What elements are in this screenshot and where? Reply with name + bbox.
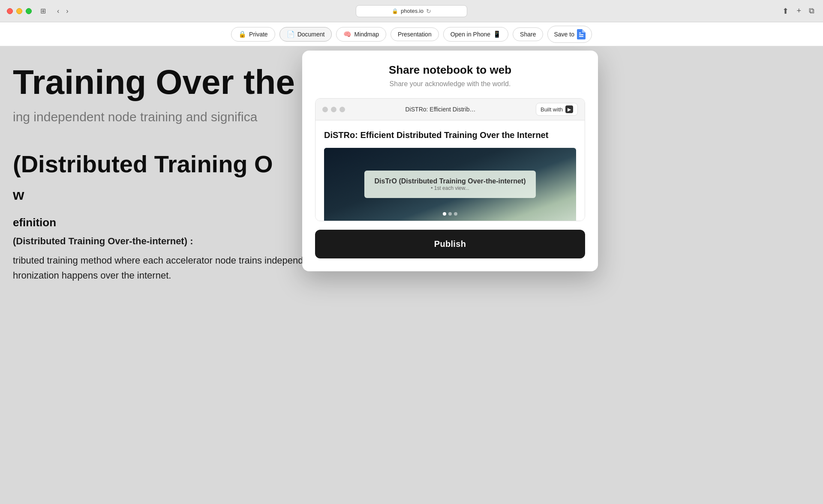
close-button[interactable] (7, 8, 13, 14)
fullscreen-button[interactable] (26, 8, 32, 14)
preview-dot-3 (339, 107, 345, 112)
sidebar-toggle-button[interactable]: ⊞ (37, 5, 49, 17)
presentation-label: Presentation (398, 31, 432, 38)
built-with-label: Built with (541, 106, 563, 113)
presentation-button[interactable]: Presentation (390, 27, 439, 41)
private-button[interactable]: 🔒 Private (231, 27, 275, 42)
preview-dots (322, 107, 345, 112)
lock-icon: 🔒 (392, 8, 398, 14)
mindmap-button[interactable]: 🧠 Mindmap (336, 27, 386, 42)
share-modal: Share notebook to web Share your acknowl… (302, 51, 598, 271)
publish-button[interactable]: Publish (315, 230, 585, 258)
preview-image-content: DisTrO (Distributed Training Over-the-in… (364, 171, 536, 198)
share-icon-button[interactable]: ⬆ (781, 5, 790, 18)
url-display: photes.io (401, 8, 424, 14)
preview-image: DisTrO (Distributed Training Over-the-in… (324, 148, 576, 221)
google-docs-icon (577, 29, 586, 39)
toolbar: 🔒 Private 📄 Document 🧠 Mindmap Presentat… (0, 22, 823, 46)
lock-icon: 🔒 (238, 30, 246, 38)
mindmap-label: Mindmap (354, 31, 379, 38)
titlebar: ⊞ ‹ › 🔒 photes.io ↻ ⬆ + ⧉ (0, 0, 823, 22)
nav-buttons: ‹ › (54, 6, 71, 17)
preview-card: DiSTRo: Efficient Distrib… Built with ▶ … (315, 98, 585, 221)
modal-overlay: Share notebook to web Share your acknowl… (0, 46, 823, 504)
preview-slide-title: DisTrO (Distributed Training Over-the-in… (375, 177, 526, 185)
slide-dot-3 (454, 212, 457, 216)
tabs-overview-button[interactable]: ⧉ (807, 5, 816, 18)
share-button[interactable]: Share (513, 27, 543, 41)
open-in-phone-label: Open in Phone (451, 31, 490, 38)
preview-dot-2 (331, 107, 336, 112)
document-label: Document (297, 31, 325, 38)
open-in-phone-button[interactable]: Open in Phone 📱 (443, 27, 508, 42)
document-button[interactable]: 📄 Document (279, 27, 332, 42)
modal-subtitle: Share your acknowledge with the world. (315, 80, 585, 88)
preview-dot-1 (322, 107, 328, 112)
document-icon: 📄 (287, 30, 295, 38)
back-button[interactable]: ‹ (54, 6, 62, 17)
traffic-lights (7, 8, 32, 14)
preview-doc-title: DiSTRo: Efficient Distributed Training O… (324, 129, 576, 141)
refresh-button[interactable]: ↻ (426, 8, 431, 15)
preview-slide-subtitle: • 1st each view... (375, 185, 526, 191)
new-tab-button[interactable]: + (795, 5, 803, 18)
preview-card-header: DiSTRo: Efficient Distrib… Built with ▶ (315, 99, 585, 120)
preview-body: DiSTRo: Efficient Distributed Training O… (315, 120, 585, 221)
save-to-button[interactable]: Save to (547, 26, 592, 43)
slide-dot-2 (448, 212, 452, 216)
built-with-badge: Built with ▶ (536, 103, 578, 116)
preview-tab-title: DiSTRo: Efficient Distrib… (405, 106, 476, 113)
minimize-button[interactable] (16, 8, 22, 14)
forward-button[interactable]: › (63, 6, 71, 17)
photes-icon: ▶ (565, 105, 573, 113)
titlebar-actions: ⬆ + ⧉ (781, 5, 816, 18)
main-content: Training Over the I ing independent node… (0, 46, 823, 504)
address-bar[interactable]: 🔒 photes.io ↻ (356, 5, 467, 17)
modal-title: Share notebook to web (315, 63, 585, 77)
preview-slide-dots (443, 212, 457, 216)
save-to-label: Save to (554, 31, 574, 38)
private-label: Private (249, 31, 268, 38)
share-label: Share (520, 31, 536, 38)
phone-icon: 📱 (493, 30, 501, 38)
mindmap-icon: 🧠 (343, 30, 351, 38)
slide-dot-active (443, 212, 446, 216)
